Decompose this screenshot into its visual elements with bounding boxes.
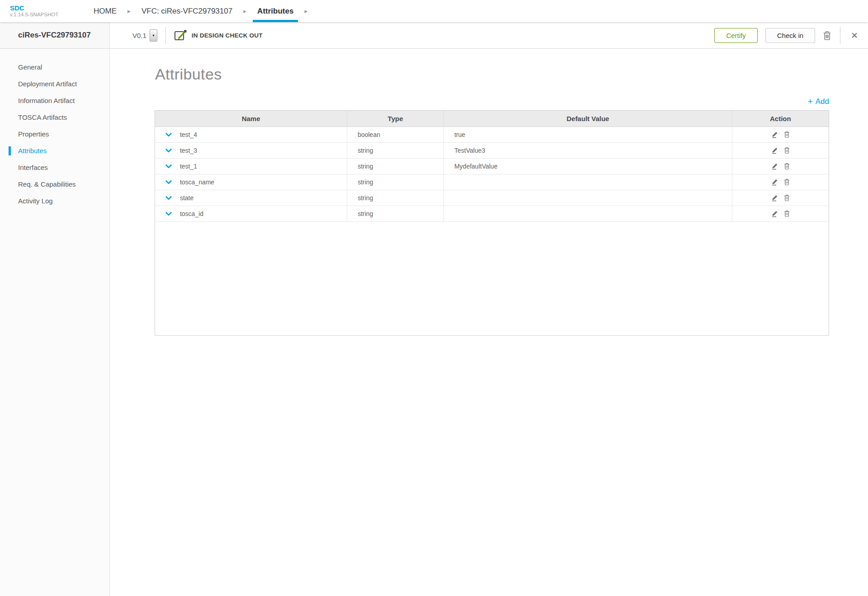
attribute-default-value: TestValue3 <box>443 142 732 158</box>
attribute-name-cell: test_3 <box>155 142 347 158</box>
sidebar-item-attributes[interactable]: Attributes <box>0 142 109 159</box>
toolbar-actions: Certify Check in ✕ <box>714 22 868 48</box>
attribute-name-cell: test_1 <box>155 158 347 174</box>
sidebar-item-label: Deployment Artifact <box>18 80 77 88</box>
sidebar-item-tosca-artifacts[interactable]: TOSCA Artifacts <box>0 109 109 126</box>
checkin-button[interactable]: Check in <box>765 28 815 43</box>
breadcrumb-arrow-icon: ▶ <box>304 9 307 14</box>
page-layout: GeneralDeployment ArtifactInformation Ar… <box>0 49 868 596</box>
sidebar-item-information-artifact[interactable]: Information Artifact <box>0 92 109 109</box>
sidebar-item-properties[interactable]: Properties <box>0 126 109 142</box>
page-title: Attributes <box>155 66 868 83</box>
attribute-actions <box>732 158 829 174</box>
status-label: IN DESIGN CHECK OUT <box>192 32 263 39</box>
attribute-type: boolean <box>347 127 444 142</box>
attribute-name-cell: tosca_name <box>155 174 347 190</box>
attribute-type: string <box>347 174 444 190</box>
delete-resource-icon[interactable] <box>823 31 831 40</box>
workspace-toolbar: ciRes-VFC29793107 V0.1 ▼ IN DESIGN CHECK… <box>0 22 868 49</box>
breadcrumb-tab-label: HOME <box>94 7 117 16</box>
breadcrumb-tab[interactable]: VFC: ciRes-VFC29793107 <box>137 0 237 22</box>
version-label: V0.1 <box>132 32 146 39</box>
app-logo-text: SDC <box>10 5 87 12</box>
delete-icon[interactable] <box>784 163 790 169</box>
breadcrumb-tab[interactable]: HOME <box>89 0 121 22</box>
table-row: tosca_name string <box>155 174 829 190</box>
attribute-actions <box>732 142 829 158</box>
attribute-name: test_4 <box>180 131 197 138</box>
delete-icon[interactable] <box>784 210 790 217</box>
version-dropdown[interactable]: ▼ <box>150 29 157 42</box>
breadcrumb-tab[interactable]: Attributes <box>253 0 298 22</box>
chevron-down-icon[interactable] <box>165 196 172 200</box>
attribute-name: state <box>180 194 193 202</box>
attribute-type: string <box>347 158 444 174</box>
breadcrumb-tab-label: Attributes <box>257 7 293 16</box>
attribute-default-value <box>443 174 732 190</box>
chevron-down-icon[interactable] <box>165 164 172 169</box>
delete-icon[interactable] <box>784 194 790 201</box>
breadcrumb: HOME▶VFC: ciRes-VFC29793107▶Attributes▶ <box>87 0 312 22</box>
edit-icon[interactable] <box>771 162 778 170</box>
sidebar-item-activity-log[interactable]: Activity Log <box>0 192 109 209</box>
edit-icon[interactable] <box>771 178 778 186</box>
attribute-actions <box>732 206 829 221</box>
table-header-row: NameTypeDefault ValueAction <box>155 111 829 127</box>
column-header: Type <box>347 111 444 127</box>
version-section: V0.1 ▼ <box>132 22 157 48</box>
toolbar-divider <box>165 27 166 44</box>
attribute-actions <box>732 190 829 206</box>
sidebar-item-deployment-artifact[interactable]: Deployment Artifact <box>0 75 109 92</box>
attribute-name-cell: tosca_id <box>155 206 347 221</box>
chevron-down-icon[interactable] <box>165 180 172 184</box>
attribute-type: string <box>347 142 444 158</box>
chevron-down-icon[interactable] <box>165 149 172 153</box>
close-icon[interactable]: ✕ <box>851 30 858 41</box>
column-header: Action <box>732 111 829 127</box>
top-bar: SDC v.1.14.5-SNAPSHOT HOME▶VFC: ciRes-VF… <box>0 0 868 22</box>
attribute-actions <box>732 174 829 190</box>
edit-icon[interactable] <box>771 146 778 154</box>
sidebar-item-label: Attributes <box>18 147 47 155</box>
edit-icon[interactable] <box>771 194 778 202</box>
toolbar-divider <box>840 27 840 44</box>
app-build-version: v.1.14.5-SNAPSHOT <box>10 12 87 18</box>
attribute-default-value: MydefaultValue <box>443 158 732 174</box>
add-attribute-button[interactable]: + Add <box>808 97 829 106</box>
attribute-actions <box>732 127 829 142</box>
sidebar-item-req-capabilities[interactable]: Req. & Capabilities <box>0 176 109 192</box>
sidebar-item-general[interactable]: General <box>0 59 109 75</box>
checkout-edit-icon <box>174 29 187 41</box>
attribute-name: test_1 <box>180 163 197 170</box>
sidebar-item-interfaces[interactable]: Interfaces <box>0 159 109 176</box>
attribute-name: tosca_id <box>180 210 203 217</box>
chevron-down-icon[interactable] <box>165 212 172 216</box>
app-logo: SDC v.1.14.5-SNAPSHOT <box>0 0 87 22</box>
sidebar-item-label: Req. & Capabilities <box>18 180 76 188</box>
delete-icon[interactable] <box>784 178 790 185</box>
attribute-name: test_3 <box>180 147 197 154</box>
breadcrumb-tab-label: VFC: ciRes-VFC29793107 <box>142 7 232 16</box>
column-header: Default Value <box>443 111 732 127</box>
edit-icon[interactable] <box>771 131 778 138</box>
attribute-default-value: true <box>443 127 732 142</box>
sidebar: GeneralDeployment ArtifactInformation Ar… <box>0 49 110 596</box>
chevron-down-icon[interactable] <box>165 133 172 137</box>
delete-icon[interactable] <box>784 147 790 154</box>
certify-button[interactable]: Certify <box>714 28 757 43</box>
table-row: test_1 string MydefaultValue <box>155 158 829 174</box>
resource-title: ciRes-VFC29793107 <box>0 22 110 48</box>
table-row: tosca_id string <box>155 206 829 221</box>
table-row: test_3 string TestValue3 <box>155 142 829 158</box>
attribute-default-value <box>443 206 732 221</box>
column-header: Name <box>155 111 347 127</box>
attribute-type: string <box>347 190 444 206</box>
sidebar-item-label: General <box>18 63 42 71</box>
lifecycle-status: IN DESIGN CHECK OUT <box>174 29 263 41</box>
table-row: state string <box>155 190 829 206</box>
delete-icon[interactable] <box>784 131 790 138</box>
plus-icon: + <box>808 97 813 106</box>
breadcrumb-arrow-icon: ▶ <box>243 9 246 14</box>
edit-icon[interactable] <box>771 210 778 217</box>
table-row: test_4 boolean true <box>155 127 829 142</box>
